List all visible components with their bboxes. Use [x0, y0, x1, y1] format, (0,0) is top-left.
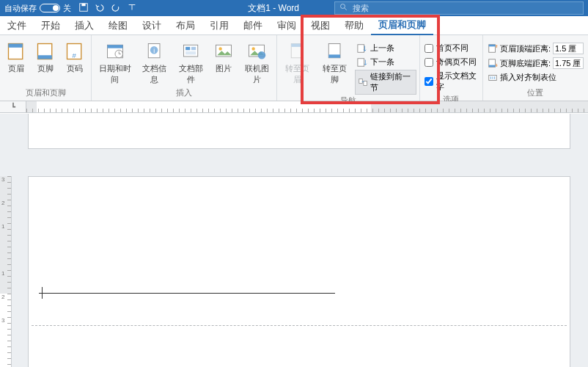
quick-access-toolbar	[78, 2, 137, 14]
autosave-state: 关	[63, 3, 71, 14]
search-icon	[339, 3, 348, 13]
group-position: 页眉顶端距离: 1.5 厘 页脚底端距离: 1.75 厘 插入对齐制表位 位置	[483, 35, 588, 101]
group-header-footer: 页眉 页脚 # 页码 页眉和页脚	[0, 35, 92, 101]
document-area	[0, 114, 588, 367]
checkbox-icon[interactable]	[425, 44, 433, 53]
svg-rect-10	[107, 45, 122, 48]
svg-rect-16	[185, 47, 190, 50]
header-boundary	[32, 325, 567, 326]
ribbon-tabs: 文件 开始 插入 绘图 设计 布局 引用 邮件 审阅 视图 帮助 页眉和页脚	[0, 16, 588, 35]
next-button[interactable]: 下一条	[355, 56, 416, 68]
tab-references[interactable]: 引用	[202, 16, 236, 35]
group-options: 首页不同 奇偶页不同 显示文档文字 选项	[420, 35, 483, 101]
ribbon: 页眉 页脚 # 页码 页眉和页脚 日期和时间 i 文档信息	[0, 35, 588, 101]
group-navigation: 转至页眉 转至页脚 上一条 下一条 链接到前一节	[277, 35, 419, 101]
svg-rect-30	[359, 79, 363, 83]
online-picture-button[interactable]: 联机图片	[240, 40, 273, 87]
tab-view[interactable]: 视图	[304, 16, 337, 35]
svg-rect-18	[185, 51, 196, 54]
link-to-previous-button[interactable]: 链接到前一节	[355, 70, 416, 95]
switch-icon	[40, 4, 60, 12]
footer-bottom-distance: 页脚底端距离: 1.75 厘	[486, 57, 585, 70]
save-icon[interactable]	[78, 2, 89, 14]
svg-rect-6	[38, 55, 52, 59]
docinfo-button[interactable]: i 文档信息	[138, 40, 172, 87]
tab-file[interactable]: 文件	[0, 16, 34, 35]
insert-alignment-tab-button[interactable]: 插入对齐制表位	[486, 71, 585, 84]
tab-draw[interactable]: 绘图	[101, 16, 135, 35]
svg-rect-4	[9, 44, 23, 48]
svg-text:#: #	[72, 51, 76, 59]
page-previous-bottom[interactable]	[28, 114, 570, 149]
group-label-hf: 页眉和页脚	[3, 87, 88, 100]
svg-rect-27	[328, 54, 340, 57]
previous-button[interactable]: 上一条	[355, 42, 416, 54]
qat-customize-icon[interactable]	[127, 2, 137, 14]
tab-header-footer[interactable]: 页眉和页脚	[371, 16, 433, 35]
picture-button[interactable]: 图片	[210, 40, 237, 76]
title-bar: 自动保存 关 文档1 - Word 搜索	[0, 0, 588, 16]
page-number-button[interactable]: # 页码	[62, 40, 88, 76]
group-label-position: 位置	[486, 87, 585, 100]
group-insert: 日期和时间 i 文档信息 文档部件 图片 联机图片 插入	[92, 35, 277, 101]
svg-point-20	[219, 47, 222, 50]
svg-rect-1	[81, 4, 85, 7]
docparts-button[interactable]: 文档部件	[174, 40, 208, 87]
tab-mailings[interactable]: 邮件	[236, 16, 270, 35]
svg-rect-25	[291, 44, 303, 47]
checkbox-icon[interactable]	[425, 58, 433, 67]
tab-design[interactable]: 设计	[135, 16, 169, 35]
header-underline	[39, 293, 335, 294]
svg-point-2	[341, 4, 345, 9]
goto-footer-button[interactable]: 转至页脚	[317, 40, 352, 87]
document-title: 文档1 - Word	[248, 2, 299, 15]
svg-rect-17	[191, 47, 196, 50]
svg-point-23	[258, 51, 266, 59]
first-page-different-checkbox[interactable]: 首页不同	[423, 42, 479, 54]
svg-rect-29	[358, 58, 364, 66]
odd-even-different-checkbox[interactable]: 奇偶页不同	[423, 56, 479, 68]
footer-bottom-value[interactable]: 1.75 厘	[553, 57, 584, 69]
header-top-value[interactable]: 1.5 厘	[553, 43, 584, 54]
svg-rect-15	[183, 45, 197, 57]
search-bar[interactable]: 搜索	[334, 1, 584, 15]
goto-header-button: 转至页眉	[280, 40, 315, 87]
page-current[interactable]	[28, 176, 570, 367]
autosave-label: 自动保存	[4, 3, 37, 14]
undo-icon[interactable]	[95, 2, 105, 14]
header-distance-icon	[488, 43, 498, 54]
ruler-corner[interactable]: ┗	[0, 101, 26, 113]
svg-rect-35	[489, 65, 496, 68]
vertical-ruler[interactable]: 321123	[0, 176, 12, 367]
svg-rect-33	[489, 45, 496, 47]
search-placeholder: 搜索	[353, 3, 369, 14]
header-button[interactable]: 页眉	[3, 40, 29, 76]
svg-point-22	[252, 47, 255, 50]
group-label-insert: 插入	[95, 87, 273, 100]
svg-rect-28	[358, 44, 364, 52]
horizontal-ruler[interactable]	[26, 101, 588, 113]
footer-distance-icon	[488, 58, 498, 68]
tab-help[interactable]: 帮助	[337, 16, 371, 35]
autosave-toggle[interactable]: 自动保存 关	[4, 3, 71, 14]
header-top-distance: 页眉顶端距离: 1.5 厘	[486, 42, 585, 55]
tab-insert[interactable]: 插入	[67, 16, 101, 35]
show-document-text-checkbox[interactable]: 显示文档文字	[423, 70, 479, 93]
footer-button[interactable]: 页脚	[32, 40, 59, 76]
redo-icon[interactable]	[111, 2, 121, 14]
tab-layout[interactable]: 布局	[169, 16, 202, 35]
datetime-button[interactable]: 日期和时间	[95, 40, 135, 87]
tab-home[interactable]: 开始	[34, 16, 67, 35]
checkbox-icon[interactable]	[425, 77, 433, 86]
align-tab-icon	[488, 73, 498, 83]
svg-text:i: i	[153, 47, 155, 54]
tab-review[interactable]: 审阅	[270, 16, 304, 35]
